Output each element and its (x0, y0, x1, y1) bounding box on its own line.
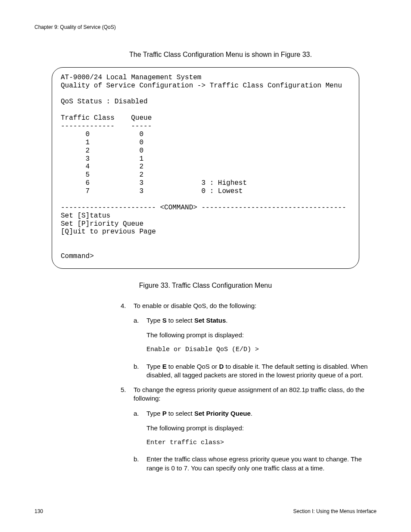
step-4: 4. To enable or disable QoS, do the foll… (121, 302, 377, 310)
substep-text: Type S to select Set Status. (146, 316, 377, 325)
text-fragment: to select (167, 410, 194, 417)
prompt-qos-enable: Enable or Disable QoS (E/D) > (146, 345, 377, 354)
step-5: 5. To change the egress priority queue a… (121, 386, 377, 403)
prompt-intro: The following prompt is displayed: (146, 424, 377, 432)
terminal-output: AT-9000/24 Local Management System Quali… (52, 67, 359, 269)
step-text: To enable or disable QoS, do the followi… (134, 302, 377, 310)
text-fragment: Type (146, 363, 162, 370)
page-number: 130 (34, 508, 43, 515)
text-fragment: Type (146, 317, 162, 324)
substep-letter: b. (134, 362, 146, 380)
key-p: P (162, 410, 167, 417)
substep-letter: a. (134, 316, 146, 325)
key-e: E (162, 363, 167, 370)
chapter-header: Chapter 9: Quality of Service (QoS) (34, 24, 377, 31)
step-5a: a. Type P to select Set Priority Queue. (134, 409, 377, 418)
page-footer: 130 Section I: Using the Menus Interface (34, 508, 377, 515)
step-5b: b. Enter the traffic class whose egress … (134, 455, 377, 473)
body-column: 4. To enable or disable QoS, do the foll… (121, 302, 377, 473)
text-fragment: . (251, 410, 252, 417)
prompt-traffic-class: Enter traffic class> (146, 439, 377, 447)
section-label: Section I: Using the Menus Interface (293, 508, 377, 515)
key-d: D (219, 363, 224, 370)
step-text: To change the egress priority queue assi… (134, 386, 377, 403)
label-set-status: Set Status (194, 317, 226, 324)
step-4a: a. Type S to select Set Status. (134, 316, 377, 325)
page: Chapter 9: Quality of Service (QoS) The … (0, 0, 411, 532)
step-number: 5. (121, 386, 134, 403)
text-fragment: to enable QoS or (167, 363, 219, 370)
text-fragment: . (226, 317, 227, 324)
intro-text: The Traffic Class Configuration Menu is … (129, 50, 377, 59)
substep-text: Type E to enable QoS or D to disable it.… (146, 362, 377, 380)
substep-letter: b. (134, 455, 146, 473)
text-fragment: to select (167, 317, 194, 324)
key-s: S (162, 317, 167, 324)
step-number: 4. (121, 302, 134, 310)
text-fragment: Type (146, 410, 162, 417)
substep-text: Enter the traffic class whose egress pri… (146, 455, 377, 473)
prompt-intro: The following prompt is displayed: (146, 331, 377, 339)
label-set-priority-queue: Set Priority Queue (194, 410, 251, 417)
substep-text: Type P to select Set Priority Queue. (146, 409, 377, 418)
figure-caption: Figure 33. Traffic Class Configuration M… (34, 281, 377, 290)
step-4b: b. Type E to enable QoS or D to disable … (134, 362, 377, 380)
substep-letter: a. (134, 409, 146, 418)
